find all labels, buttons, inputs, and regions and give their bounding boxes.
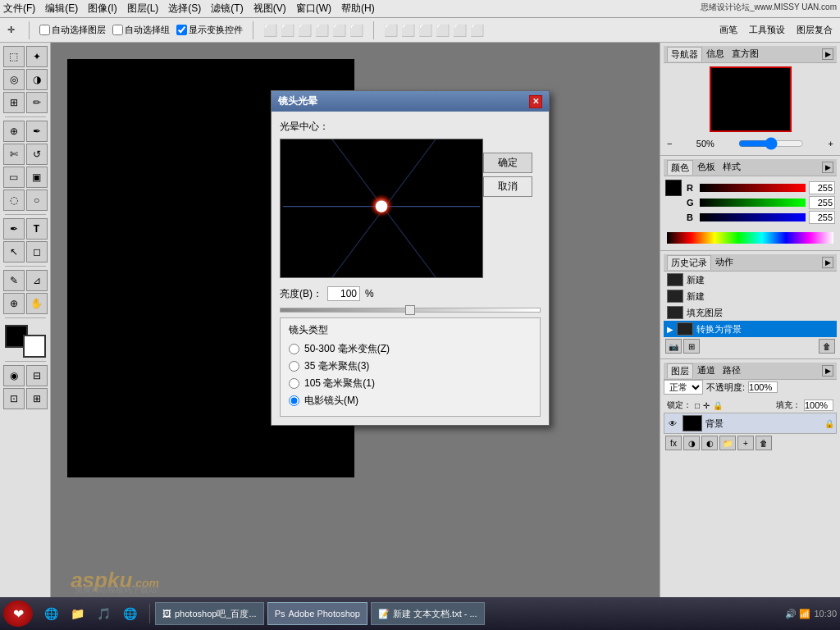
layer-group-btn[interactable]: 📁 <box>719 436 736 450</box>
history-snapshot-btn[interactable]: 📷 <box>665 339 682 354</box>
menu-layer[interactable]: 图层(L) <box>127 2 159 16</box>
type-tool[interactable]: T <box>26 218 48 240</box>
nav-tab-info[interactable]: 信息 <box>703 47 728 62</box>
taskbar-icon-ie[interactable]: 🌐 <box>39 602 62 625</box>
eyedropper-tool[interactable]: ✏ <box>26 92 48 113</box>
dist-bottom-btn[interactable]: ⬜ <box>470 24 484 37</box>
layers-tab-layers[interactable]: 图层 <box>667 363 693 378</box>
color-selector[interactable] <box>5 325 46 358</box>
opacity-input[interactable] <box>748 381 778 393</box>
layer-new-btn[interactable]: + <box>737 436 754 450</box>
layer-mask-btn[interactable]: ◑ <box>683 436 700 450</box>
move-tool-btn[interactable]: ✛ <box>3 22 19 38</box>
lock-position-btn[interactable]: ✛ <box>703 401 710 410</box>
menu-file[interactable]: 文件(F) <box>3 2 35 16</box>
quick-mask-tool[interactable]: ◉ <box>3 365 25 386</box>
align-top-btn[interactable]: ⬜ <box>315 24 329 37</box>
lasso-tool[interactable]: ◎ <box>3 69 25 90</box>
history-tab-history[interactable]: 历史记录 <box>667 255 711 270</box>
menu-view[interactable]: 视图(V) <box>253 2 286 16</box>
menu-filter[interactable]: 滤镜(T) <box>211 2 243 16</box>
lens-flare-dialog[interactable]: 镜头光晕 ✕ 光晕中心： <box>271 90 550 426</box>
crop-tool[interactable]: ⊞ <box>3 92 25 113</box>
layer-adj-btn[interactable]: ◐ <box>701 436 718 450</box>
menu-image[interactable]: 图像(I) <box>88 2 116 16</box>
screen-mode-tool[interactable]: ⊡ <box>3 388 25 409</box>
nav-zoom-slider[interactable] <box>738 137 804 150</box>
history-brush-tool[interactable]: ↺ <box>26 144 48 165</box>
layer-visibility-btn[interactable]: 👁 <box>666 417 679 430</box>
tools-preset-btn[interactable]: 工具预设 <box>745 21 789 39</box>
taskbar-icon-folder[interactable]: 📁 <box>66 602 89 625</box>
dist-middle-btn[interactable]: ⬜ <box>453 24 467 37</box>
show-transform-controls-checkbox[interactable]: 显示变换控件 <box>176 24 243 36</box>
color-r-value[interactable] <box>809 181 835 194</box>
color-r-slider[interactable] <box>700 184 806 192</box>
align-left-btn[interactable]: ⬜ <box>263 24 277 37</box>
color-fg-swatch[interactable] <box>665 180 682 196</box>
layer-delete-btn[interactable]: 🗑 <box>756 436 772 450</box>
notes-tool[interactable]: ✎ <box>3 270 25 291</box>
history-tab-actions[interactable]: 动作 <box>712 255 737 270</box>
brightness-slider-track[interactable] <box>280 308 541 313</box>
layers-tab-paths[interactable]: 路径 <box>719 363 744 378</box>
dist-v-btn[interactable]: ⬜ <box>401 24 415 37</box>
color-tab-color[interactable]: 颜色 <box>667 160 693 175</box>
dialog-ok-btn[interactable]: 确定 <box>483 153 532 173</box>
shape-tool[interactable]: ◻ <box>26 241 48 262</box>
color-b-value[interactable] <box>809 211 835 224</box>
color-tab-swatches[interactable]: 色板 <box>694 160 719 175</box>
taskbar-adobe-ps-btn[interactable]: Ps Adobe Photoshop <box>267 602 368 625</box>
align-bottom-btn[interactable]: ⬜ <box>349 24 363 37</box>
color-tab-styles[interactable]: 样式 <box>719 160 744 175</box>
brightness-input[interactable] <box>327 286 360 301</box>
menu-select[interactable]: 选择(S) <box>168 2 201 16</box>
history-item-0[interactable]: 新建 <box>664 272 837 288</box>
dist-center-btn[interactable]: ⬜ <box>418 24 432 37</box>
background-color[interactable] <box>23 335 46 358</box>
dodge-tool[interactable]: ○ <box>26 189 48 211</box>
path-selection-tool[interactable]: ↖ <box>3 241 25 262</box>
align-center-btn[interactable]: ⬜ <box>281 24 294 37</box>
auto-select-layer-checkbox[interactable]: 自动选择图层 <box>39 24 106 36</box>
color-g-value[interactable] <box>809 196 835 209</box>
dialog-close-btn[interactable]: ✕ <box>529 95 542 108</box>
fullscreen-tool[interactable]: ⊞ <box>26 388 48 409</box>
layers-tab-channels[interactable]: 通道 <box>694 363 719 378</box>
history-panel-options[interactable]: ▶ <box>822 257 833 268</box>
clone-stamp-tool[interactable]: ✄ <box>3 144 25 165</box>
lock-all-btn[interactable]: 🔒 <box>713 401 723 410</box>
nav-zoom-out-btn[interactable]: − <box>667 139 672 148</box>
dist-h-btn[interactable]: ⬜ <box>384 24 398 37</box>
fill-input[interactable] <box>804 399 833 411</box>
lock-pixel-btn[interactable]: □ <box>695 401 700 410</box>
standard-mode-tool[interactable]: ⊟ <box>26 365 48 386</box>
pen-tool[interactable]: ✒ <box>3 218 25 240</box>
taskbar-notepad-btn[interactable]: 📝 新建 文本文档.txt - ... <box>371 602 485 625</box>
history-new-doc-btn[interactable]: ⊞ <box>683 339 700 354</box>
quick-select-tool[interactable]: ◑ <box>26 69 48 90</box>
history-item-1[interactable]: 新建 <box>664 288 837 304</box>
blur-tool[interactable]: ◌ <box>3 189 25 211</box>
radio-35-input[interactable] <box>289 361 299 372</box>
radio-105-input[interactable] <box>289 378 299 389</box>
measure-tool[interactable]: ⊿ <box>26 270 48 291</box>
menu-edit[interactable]: 编辑(E) <box>45 2 78 16</box>
hand-tool[interactable]: ✋ <box>26 293 48 314</box>
nav-tab-navigator[interactable]: 导航器 <box>667 47 702 62</box>
layer-fx-btn[interactable]: fx <box>665 436 682 450</box>
nav-zoom-in-btn[interactable]: + <box>829 139 833 148</box>
color-b-slider[interactable] <box>700 213 806 221</box>
align-middle-btn[interactable]: ⬜ <box>332 24 346 37</box>
taskbar-photoshop-bar[interactable]: 🖼 photoshop吧_百度... <box>155 602 264 625</box>
eraser-tool[interactable]: ▭ <box>3 167 25 188</box>
nav-panel-options[interactable]: ▶ <box>822 48 833 60</box>
menu-help[interactable]: 帮助(H) <box>341 2 375 16</box>
layers-panel-options[interactable]: ▶ <box>822 365 833 377</box>
brush-tool[interactable]: ✒ <box>26 121 48 142</box>
history-item-3[interactable]: ▶ 转换为背景 <box>664 321 837 337</box>
brightness-slider-handle[interactable] <box>405 305 415 315</box>
start-button[interactable]: ❤ <box>3 600 33 627</box>
auto-select-group-checkbox[interactable]: 自动选择组 <box>112 24 170 36</box>
layer-composite-btn[interactable]: 图层复合 <box>792 21 837 39</box>
